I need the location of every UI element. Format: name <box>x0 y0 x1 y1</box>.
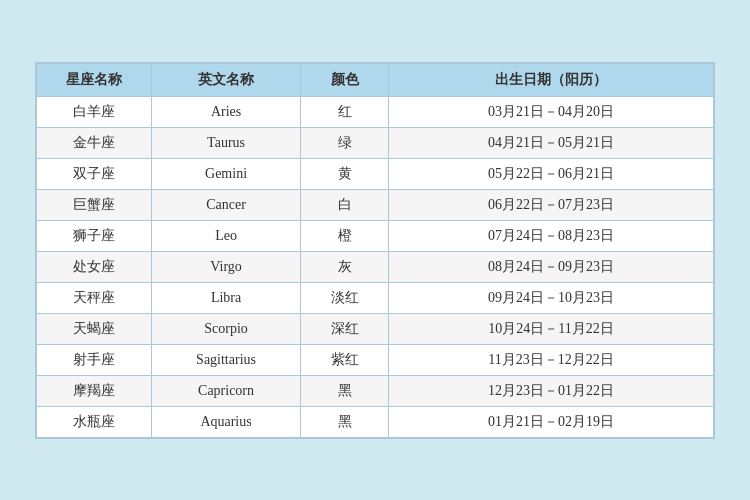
table-row: 金牛座Taurus绿04月21日－05月21日 <box>37 127 714 158</box>
cell-cn: 天秤座 <box>37 282 152 313</box>
cell-en: Aries <box>152 96 301 127</box>
cell-date: 08月24日－09月23日 <box>389 251 714 282</box>
cell-cn: 处女座 <box>37 251 152 282</box>
table-row: 水瓶座Aquarius黑01月21日－02月19日 <box>37 406 714 437</box>
cell-cn: 巨蟹座 <box>37 189 152 220</box>
table-row: 白羊座Aries红03月21日－04月20日 <box>37 96 714 127</box>
table-row: 天秤座Libra淡红09月24日－10月23日 <box>37 282 714 313</box>
cell-en: Virgo <box>152 251 301 282</box>
cell-en: Libra <box>152 282 301 313</box>
cell-cn: 双子座 <box>37 158 152 189</box>
cell-color: 灰 <box>301 251 389 282</box>
cell-date: 11月23日－12月22日 <box>389 344 714 375</box>
cell-color: 深红 <box>301 313 389 344</box>
cell-date: 01月21日－02月19日 <box>389 406 714 437</box>
cell-en: Scorpio <box>152 313 301 344</box>
cell-color: 绿 <box>301 127 389 158</box>
cell-en: Capricorn <box>152 375 301 406</box>
table-row: 射手座Sagittarius紫红11月23日－12月22日 <box>37 344 714 375</box>
header-cn: 星座名称 <box>37 63 152 96</box>
table-row: 狮子座Leo橙07月24日－08月23日 <box>37 220 714 251</box>
cell-color: 橙 <box>301 220 389 251</box>
header-en: 英文名称 <box>152 63 301 96</box>
header-date: 出生日期（阳历） <box>389 63 714 96</box>
cell-date: 10月24日－11月22日 <box>389 313 714 344</box>
cell-date: 06月22日－07月23日 <box>389 189 714 220</box>
table-row: 摩羯座Capricorn黑12月23日－01月22日 <box>37 375 714 406</box>
cell-en: Gemini <box>152 158 301 189</box>
cell-date: 09月24日－10月23日 <box>389 282 714 313</box>
cell-cn: 白羊座 <box>37 96 152 127</box>
cell-cn: 射手座 <box>37 344 152 375</box>
cell-en: Sagittarius <box>152 344 301 375</box>
table-row: 双子座Gemini黄05月22日－06月21日 <box>37 158 714 189</box>
cell-cn: 水瓶座 <box>37 406 152 437</box>
cell-cn: 金牛座 <box>37 127 152 158</box>
cell-en: Cancer <box>152 189 301 220</box>
cell-date: 05月22日－06月21日 <box>389 158 714 189</box>
cell-cn: 天蝎座 <box>37 313 152 344</box>
cell-date: 04月21日－05月21日 <box>389 127 714 158</box>
zodiac-table: 星座名称 英文名称 颜色 出生日期（阳历） 白羊座Aries红03月21日－04… <box>36 63 714 438</box>
cell-en: Aquarius <box>152 406 301 437</box>
table-row: 巨蟹座Cancer白06月22日－07月23日 <box>37 189 714 220</box>
cell-color: 淡红 <box>301 282 389 313</box>
cell-cn: 摩羯座 <box>37 375 152 406</box>
header-color: 颜色 <box>301 63 389 96</box>
cell-en: Leo <box>152 220 301 251</box>
table-row: 处女座Virgo灰08月24日－09月23日 <box>37 251 714 282</box>
table-row: 天蝎座Scorpio深红10月24日－11月22日 <box>37 313 714 344</box>
cell-date: 12月23日－01月22日 <box>389 375 714 406</box>
cell-date: 03月21日－04月20日 <box>389 96 714 127</box>
cell-en: Taurus <box>152 127 301 158</box>
cell-color: 黄 <box>301 158 389 189</box>
cell-color: 黑 <box>301 375 389 406</box>
cell-cn: 狮子座 <box>37 220 152 251</box>
cell-date: 07月24日－08月23日 <box>389 220 714 251</box>
cell-color: 白 <box>301 189 389 220</box>
cell-color: 黑 <box>301 406 389 437</box>
cell-color: 紫红 <box>301 344 389 375</box>
table-header-row: 星座名称 英文名称 颜色 出生日期（阳历） <box>37 63 714 96</box>
cell-color: 红 <box>301 96 389 127</box>
zodiac-table-container: 星座名称 英文名称 颜色 出生日期（阳历） 白羊座Aries红03月21日－04… <box>35 62 715 439</box>
